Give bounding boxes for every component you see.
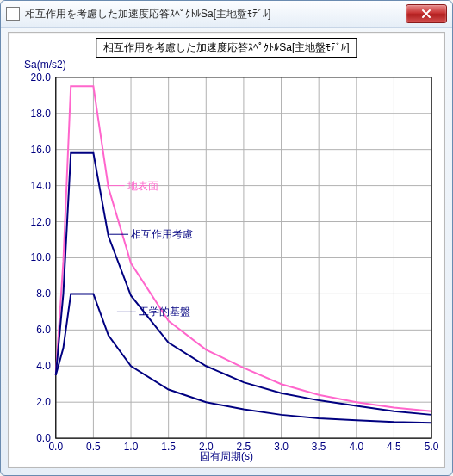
svg-text:0.5: 0.5 <box>86 441 101 453</box>
svg-text:12.0: 12.0 <box>31 216 52 228</box>
svg-text:1.5: 1.5 <box>161 441 176 453</box>
svg-text:6.0: 6.0 <box>36 324 51 336</box>
svg-text:14.0: 14.0 <box>31 180 52 192</box>
svg-text:0.0: 0.0 <box>36 432 51 444</box>
svg-text:4.0: 4.0 <box>349 441 363 453</box>
svg-text:3.0: 3.0 <box>274 441 289 453</box>
svg-text:工学的基盤: 工学的基盤 <box>139 306 190 318</box>
svg-text:相互作用考慮: 相互作用考慮 <box>131 228 193 240</box>
svg-text:18.0: 18.0 <box>31 108 52 120</box>
svg-text:3.5: 3.5 <box>312 441 326 453</box>
svg-text:2.0: 2.0 <box>36 396 51 408</box>
window-title: 相互作用を考慮した加速度応答ｽﾍﾟｸﾄﾙSa[主地盤ﾓﾃﾞﾙ] <box>25 7 406 22</box>
svg-text:10.0: 10.0 <box>31 251 52 263</box>
svg-text:4.0: 4.0 <box>36 360 51 372</box>
chart-plot: 0.00.51.01.52.02.53.03.54.04.55.00.02.04… <box>9 33 444 467</box>
window-frame: 相互作用を考慮した加速度応答ｽﾍﾟｸﾄﾙSa[主地盤ﾓﾃﾞﾙ] 相互作用を考慮し… <box>0 0 453 476</box>
svg-text:2.5: 2.5 <box>237 441 251 453</box>
app-icon <box>6 7 20 21</box>
close-button[interactable] <box>406 4 447 23</box>
svg-text:4.5: 4.5 <box>387 441 401 453</box>
close-icon <box>421 9 431 19</box>
svg-text:20.0: 20.0 <box>31 71 52 83</box>
svg-text:1.0: 1.0 <box>124 441 139 453</box>
svg-text:2.0: 2.0 <box>199 441 214 453</box>
svg-text:8.0: 8.0 <box>36 287 51 300</box>
titlebar: 相互作用を考慮した加速度応答ｽﾍﾟｸﾄﾙSa[主地盤ﾓﾃﾞﾙ] <box>1 1 452 28</box>
svg-text:0.0: 0.0 <box>48 441 63 453</box>
svg-text:5.0: 5.0 <box>425 441 439 453</box>
chart-panel: 相互作用を考慮した加速度応答ｽﾍﾟｸﾄﾙSa[主地盤ﾓﾃﾞﾙ] Sa(m/s2)… <box>8 32 445 468</box>
svg-text:地表面: 地表面 <box>127 180 158 192</box>
svg-text:16.0: 16.0 <box>31 144 52 156</box>
